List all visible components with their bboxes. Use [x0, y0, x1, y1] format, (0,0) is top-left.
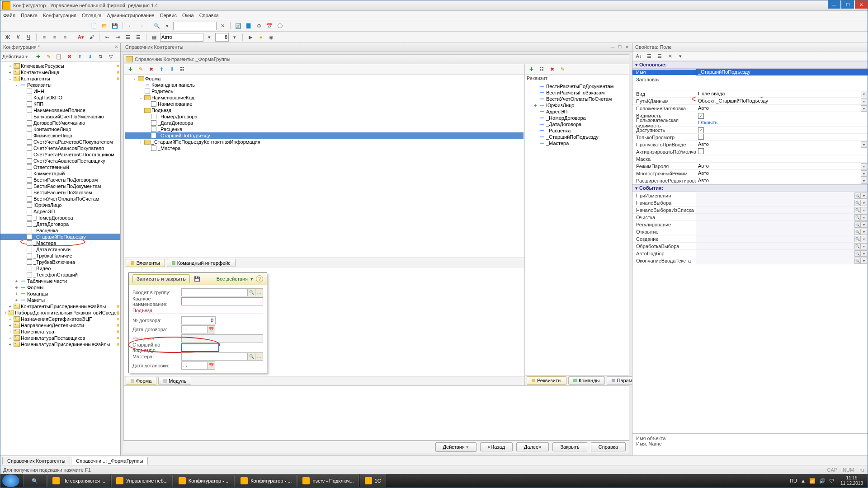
- tree-item[interactable]: НаименованиеПолное: [0, 107, 120, 113]
- mast-field[interactable]: …🔍: [181, 352, 263, 361]
- tree-item[interactable]: _Расценка: [125, 126, 524, 132]
- inst-field[interactable]: . .📅: [181, 361, 215, 370]
- taskbar-search[interactable]: 🔍: [23, 474, 47, 487]
- calendar-icon[interactable]: 📅: [265, 21, 274, 30]
- window-minimize-button[interactable]: —: [828, 0, 840, 9]
- tree-item[interactable]: _ТелефонСтарший: [0, 272, 120, 278]
- tree-item[interactable]: _Мастера: [0, 240, 120, 246]
- prop-row[interactable]: АктивизироватьПоУмолчанию: [632, 148, 868, 155]
- tree-item[interactable]: -НаименованиеКод: [125, 94, 524, 101]
- search-input[interactable]: [173, 22, 217, 30]
- wizard-0[interactable]: Действия ▾: [435, 442, 476, 452]
- prop-row[interactable]: Заголовок: [632, 76, 868, 83]
- indent-icon[interactable]: ⇥: [113, 33, 122, 42]
- tree-item[interactable]: +КонтрагентыПрисоединенныеФайлы: [0, 303, 120, 310]
- list-icon[interactable]: ☰: [123, 33, 132, 42]
- dd3-icon[interactable]: ▾: [230, 33, 239, 42]
- window-tab[interactable]: Справочни...: _ФормаГруппы: [71, 457, 148, 465]
- tree-item[interactable]: _ТрубкаНаличие: [0, 253, 120, 259]
- tree-item[interactable]: _Видео: [0, 265, 120, 272]
- tree-item[interactable]: Родитель: [125, 88, 524, 94]
- del3-icon[interactable]: ✖: [547, 65, 557, 74]
- prop-event-row[interactable]: НачалоВыбора▾🔍: [632, 199, 868, 206]
- up2-icon[interactable]: ⬆: [157, 65, 166, 74]
- req-item[interactable]: ВестиРасчетыПоЗаказам: [526, 89, 628, 96]
- req-item[interactable]: ВестиУчетОплатыПоСчетам: [526, 96, 628, 102]
- tree-item[interactable]: СчетУчетаАвансовПокупателя: [0, 145, 120, 151]
- tree-item[interactable]: ВестиУчетОплатыПоСчетам: [0, 196, 120, 202]
- save2-icon[interactable]: 💾: [193, 274, 202, 283]
- tree-item[interactable]: +Табличные части: [0, 278, 120, 284]
- prop-event-row[interactable]: Открытие▾🔍: [632, 228, 868, 235]
- tree-item[interactable]: ФизическоеЛицо: [0, 132, 120, 139]
- req-item[interactable]: ВестиРасчетыПоДокументам: [526, 83, 628, 89]
- tab-Форма[interactable]: Форма: [126, 377, 156, 385]
- forward-icon[interactable]: →: [137, 21, 146, 30]
- edit3-icon[interactable]: ✎: [558, 65, 567, 74]
- run-icon[interactable]: ▶: [246, 33, 255, 42]
- wizard-3[interactable]: Закрыть: [552, 442, 587, 451]
- tree-item[interactable]: ВестиРасчетыПоЗаказам: [0, 189, 120, 196]
- configuration-tree[interactable]: +КлючевыеРесурсы+КонтактныеЛица-Контраге…: [0, 62, 120, 455]
- all-actions-link[interactable]: Все действия: [217, 276, 248, 282]
- sort-icon[interactable]: ⇅: [96, 52, 105, 61]
- tree-item[interactable]: +Формы: [0, 284, 120, 291]
- start-button[interactable]: [2, 474, 19, 487]
- tree-item[interactable]: -Подъезд: [125, 107, 524, 113]
- prop-event-row[interactable]: ОбработкаВыбора▾🔍: [632, 243, 868, 250]
- tree-item[interactable]: КодПоОКПО: [0, 94, 120, 101]
- prop-event-row[interactable]: Создание▾🔍: [632, 235, 868, 243]
- prop-event-row[interactable]: Регулирование▾🔍: [632, 221, 868, 228]
- copy-icon[interactable]: 📋: [54, 52, 63, 61]
- tree-item[interactable]: +_СтаршийПоПодъездуКонтактнаяИнформация: [125, 139, 524, 145]
- window-maximize-button[interactable]: ☐: [841, 0, 854, 9]
- save-icon[interactable]: 💾: [110, 21, 119, 30]
- prop-event-row[interactable]: ПриИзменении▾🔍: [632, 192, 868, 199]
- tree-item[interactable]: _СтаршийПоПодъезду: [125, 132, 524, 139]
- tray-sound-icon[interactable]: 🔊: [819, 478, 826, 484]
- fontname-input[interactable]: [160, 33, 203, 42]
- fontsize-input[interactable]: [215, 33, 229, 42]
- back-icon[interactable]: ←: [126, 21, 135, 30]
- dd2-icon[interactable]: ▾: [205, 33, 214, 42]
- tab-Командный интерфейс[interactable]: Командный интерфейс: [167, 259, 236, 267]
- tree-item[interactable]: +НоменклатураПоставщиков: [0, 335, 120, 341]
- expand-icon[interactable]: ☰: [655, 52, 664, 61]
- add2-icon[interactable]: ✚: [126, 65, 135, 74]
- tree-item[interactable]: +НоменклатураПрисоединенныеФайлы: [0, 341, 120, 347]
- prop-row[interactable]: [632, 83, 868, 90]
- req-item[interactable]: _Расценка: [526, 127, 628, 134]
- underline-icon[interactable]: Ч: [24, 33, 33, 42]
- actions-menu[interactable]: Действия: [2, 54, 24, 59]
- prop-event-row[interactable]: ОкончаниеВводаТекста▾🔍: [632, 257, 868, 264]
- tray-shield-icon[interactable]: 🛡: [829, 478, 834, 483]
- tree-item[interactable]: Наименование: [125, 101, 524, 107]
- prop-row[interactable]: Маска: [632, 155, 868, 163]
- tray-network-icon[interactable]: 📶: [809, 478, 816, 484]
- tray-flag-icon[interactable]: ▲: [801, 478, 806, 483]
- tree-item[interactable]: Командная панель: [125, 82, 524, 88]
- prop-category-main[interactable]: Основные:: [632, 61, 868, 69]
- req-item[interactable]: _СтаршийПоПодъезду: [526, 134, 628, 140]
- debug-icon[interactable]: ●: [256, 33, 265, 42]
- tree-item[interactable]: _Расценка: [0, 227, 120, 234]
- req-item[interactable]: АдресЭП: [526, 108, 628, 115]
- down-icon[interactable]: ⬇: [85, 52, 94, 61]
- tree-item[interactable]: _НомерДоговора: [0, 215, 120, 221]
- menu-Конфигурация[interactable]: Конфигурация: [43, 13, 76, 18]
- tab-Модуль[interactable]: Модуль: [158, 377, 191, 385]
- cols-icon[interactable]: ☷: [537, 65, 546, 74]
- prop-row[interactable]: Имя_СтаршийПоПодъезду: [632, 69, 868, 76]
- sort-az-icon[interactable]: A↓: [634, 52, 643, 61]
- tree-item[interactable]: АдресЭП: [0, 208, 120, 215]
- prop-row[interactable]: ПропускатьПриВводеАвто▾: [632, 141, 868, 148]
- stop-icon[interactable]: ◉: [267, 33, 276, 42]
- wizard-4[interactable]: Справка: [591, 442, 626, 451]
- edit-icon[interactable]: ✎: [44, 52, 53, 61]
- prop-row[interactable]: ПутьКДаннымОбъект._СтаршийПоПодъезду▾: [632, 98, 868, 105]
- prop-event-row[interactable]: АвтоПодбор▾🔍: [632, 250, 868, 257]
- form-structure-tree[interactable]: -ФормаКомандная панельРодитель-Наименова…: [124, 75, 524, 258]
- outdent-icon[interactable]: ⇤: [103, 33, 112, 42]
- req-item[interactable]: +ЮрФизЛицо: [526, 102, 628, 108]
- menu-Справка[interactable]: Справка: [199, 13, 219, 18]
